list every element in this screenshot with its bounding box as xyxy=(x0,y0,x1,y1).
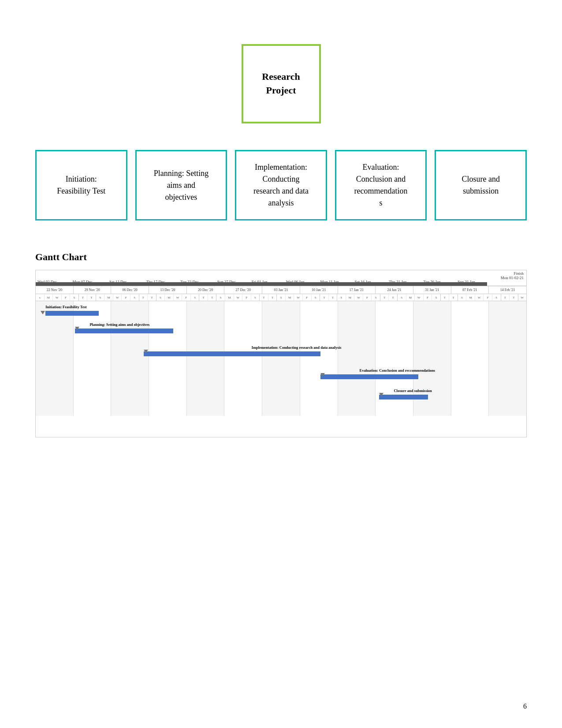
day-cell: S xyxy=(458,294,467,301)
day-cell: M xyxy=(346,294,355,301)
gantt-tasks-area: Initiation: Feasibility Test Planning: S… xyxy=(36,301,526,416)
day-cell: W xyxy=(518,294,527,301)
task-bar-2 xyxy=(75,329,173,333)
page-number: 6 xyxy=(523,702,527,710)
day-cell: T xyxy=(441,294,450,301)
day-cell: F xyxy=(182,294,191,301)
day-cell: W xyxy=(53,294,62,301)
day-cell: T xyxy=(268,294,277,301)
phase-box-2: Planning: Setting aims and objectives xyxy=(135,150,227,220)
day-cell: W xyxy=(174,294,182,301)
week-cell: 31 Jan '21 xyxy=(413,286,451,294)
day-cell: W xyxy=(415,294,424,301)
day-cell: T xyxy=(199,294,208,301)
day-cell: T xyxy=(87,294,96,301)
phase3-line2: Conducting xyxy=(253,173,309,185)
gantt-container[interactable]: Wed 02 Dec Mon 07 Dec Sat 12 Dec Thu 17 … xyxy=(35,270,527,437)
day-cell: T xyxy=(329,294,338,301)
day-cell: W xyxy=(354,294,363,301)
phase2-line3: objectives xyxy=(154,191,209,203)
page: Research Project Initiation: Feasibility… xyxy=(0,0,562,728)
day-cell: W xyxy=(294,294,303,301)
day-cell: T xyxy=(139,294,148,301)
day-cell: S xyxy=(372,294,380,301)
research-project-box: Research Project xyxy=(242,44,321,123)
week-cell: 24 Jan '21 xyxy=(376,286,413,294)
day-cell: T xyxy=(320,294,329,301)
week-cell: 13 Dec '20 xyxy=(149,286,187,294)
week-cell: 29 Nov '20 xyxy=(74,286,112,294)
day-cell: S xyxy=(277,294,286,301)
day-cell: T xyxy=(208,294,217,301)
gantt-day-row: s M W F S T T S M W F S T T S M W F S T xyxy=(36,294,526,301)
day-cell: S xyxy=(432,294,441,301)
phase1-line1: Initiation: xyxy=(57,173,105,185)
week-cell: 03 Jan '21 xyxy=(262,286,300,294)
day-cell: M xyxy=(165,294,174,301)
phase4-line2: Conclusion and xyxy=(354,173,408,185)
phase2-line1: Planning: Setting xyxy=(154,168,209,179)
day-cell: F xyxy=(303,294,312,301)
task-bar-4 xyxy=(320,374,419,379)
phase5-line2: submission xyxy=(462,185,499,197)
day-cell: S xyxy=(96,294,105,301)
day-cell: S xyxy=(312,294,320,301)
day-cell: W xyxy=(475,294,484,301)
day-cell: T xyxy=(79,294,88,301)
day-cell: F xyxy=(122,294,130,301)
gantt-chart-title: Gantt Chart xyxy=(35,251,527,263)
phase4-line1: Evaluation: xyxy=(354,161,408,173)
gantt-section: Gantt Chart Wed 02 Dec Mon 07 Dec Sat 12… xyxy=(35,251,527,437)
day-cell: T xyxy=(389,294,398,301)
task-bar-1 xyxy=(45,311,99,316)
day-cell: S xyxy=(398,294,406,301)
day-cell: T xyxy=(510,294,518,301)
phase3-line3: research and data xyxy=(253,185,309,197)
week-cell: 22 Nov '20 xyxy=(36,286,74,294)
task-label-3: Implementation: Conducting research and … xyxy=(252,345,341,350)
week-cell: 20 Dec '20 xyxy=(187,286,225,294)
task-label-4: Evaluation: Conclusion and reccommendati… xyxy=(360,368,435,373)
day-cell: F xyxy=(242,294,251,301)
week-cell: 14 Feb '21 xyxy=(489,286,526,294)
research-project-section: Research Project xyxy=(35,44,527,123)
day-cell: T xyxy=(380,294,389,301)
phase-box-3: Implementation: Conducting research and … xyxy=(235,150,327,220)
week-cell: 06 Dec '20 xyxy=(111,286,149,294)
day-cell: S xyxy=(216,294,225,301)
week-cell: 17 Jan '21 xyxy=(338,286,376,294)
day-cell: F xyxy=(484,294,492,301)
day-cell: M xyxy=(104,294,113,301)
day-cell: W xyxy=(113,294,122,301)
day-cell: s xyxy=(36,294,45,301)
day-cell: T xyxy=(260,294,268,301)
research-project-line1: Research xyxy=(262,70,300,84)
week-cell: 07 Feb '21 xyxy=(451,286,489,294)
day-cell: S xyxy=(251,294,260,301)
research-project-line2: Project xyxy=(262,84,300,97)
phase4-line3: recommendation xyxy=(354,185,408,197)
phase-box-4: Evaluation: Conclusion and recommendatio… xyxy=(335,150,427,220)
task-label-5: Closure and submission xyxy=(394,388,432,393)
phase3-line1: Implementation: xyxy=(253,161,309,173)
day-cell: S xyxy=(337,294,346,301)
day-cell: T xyxy=(449,294,458,301)
phase5-line1: Closure and xyxy=(462,173,499,185)
finish-label: Finish Mon 01-02-21 xyxy=(501,271,524,280)
gantt-progress-bar xyxy=(36,282,487,286)
day-cell: F xyxy=(424,294,432,301)
task-bar-5 xyxy=(379,395,428,399)
week-cell: 10 Jan '21 xyxy=(300,286,338,294)
phase4-line4: s xyxy=(354,197,408,209)
day-cell: T xyxy=(148,294,156,301)
phase2-line2: aims and xyxy=(154,179,209,191)
day-cell: T xyxy=(501,294,510,301)
day-cell: M xyxy=(225,294,234,301)
phase-box-1: Initiation: Feasibility Test xyxy=(35,150,127,220)
day-cell: F xyxy=(62,294,71,301)
phases-row: Initiation: Feasibility Test Planning: S… xyxy=(35,150,527,220)
task-bar-3 xyxy=(144,351,320,356)
gantt-bg xyxy=(36,301,526,416)
day-cell: F xyxy=(363,294,372,301)
day-cell: S xyxy=(156,294,165,301)
